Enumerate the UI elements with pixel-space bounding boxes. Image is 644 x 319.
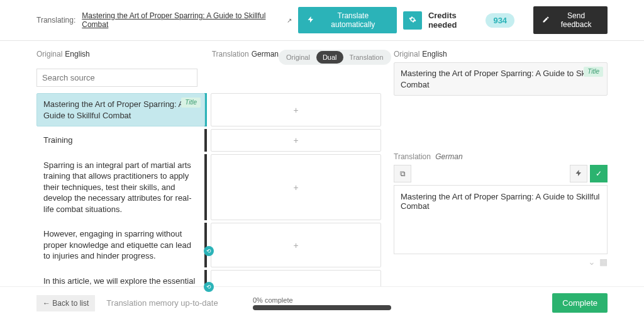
translation-toolbar: ⧉ ✓	[394, 165, 608, 182]
copy-button[interactable]: ⧉	[394, 165, 411, 182]
type-badge: Title	[181, 98, 201, 108]
credits-block: Credits needed 934	[428, 11, 514, 30]
source-text: Training	[43, 135, 72, 145]
copy-icon: ⧉	[400, 169, 406, 178]
memory-status: Translation memory up-to-date	[106, 298, 218, 308]
r-orig-label: Original	[394, 50, 419, 59]
left-header: OriginalEnglish TranslationGerman Origin…	[36, 50, 381, 65]
r-trans-lang: German	[435, 152, 462, 161]
source-text: However, engaging in sparring without pr…	[43, 229, 191, 260]
progress-bar	[253, 305, 391, 310]
top-bar: Translating: Mastering the Art of Proper…	[0, 0, 644, 41]
title-badge: Title	[584, 67, 603, 77]
source-cell[interactable]: However, engaging in sparring without pr…	[36, 223, 205, 267]
trans-label: Translation	[212, 50, 249, 59]
main-area: OriginalEnglish TranslationGerman Origin…	[0, 41, 644, 302]
source-text: Sparring is an integral part of martial …	[43, 160, 192, 214]
credits-label: Credits needed	[428, 11, 479, 30]
editor-footer: ⌄ ▦	[394, 257, 608, 267]
translation-text: Mastering the Art of Proper Sparring: A …	[401, 192, 600, 211]
document-title-link[interactable]: Mastering the Art of Proper Sparring: A …	[82, 11, 276, 29]
segment-list: Mastering the Art of Proper Sparring: A …	[36, 93, 381, 302]
target-cell[interactable]: +	[211, 223, 381, 267]
trans-lang: German	[252, 50, 279, 59]
source-cell[interactable]: Sparring is an integral part of martial …	[36, 154, 205, 221]
toggle-dual[interactable]: Dual	[316, 51, 343, 64]
bolt-icon	[575, 169, 582, 179]
progress-label: 0% complete	[253, 296, 293, 304]
target-cell[interactable]: +	[211, 93, 381, 126]
plus-icon[interactable]: +	[293, 182, 298, 193]
right-trans-header: Translation German	[394, 152, 608, 161]
translate-auto-label: Translate automatically	[318, 11, 388, 29]
right-orig-header: Original English	[394, 50, 608, 59]
toggle-original[interactable]: Original	[280, 51, 316, 64]
link-icon[interactable]: ⟲	[204, 282, 214, 292]
original-text: Mastering the Art of Proper Sparring: A …	[401, 69, 600, 89]
r-trans-label: Translation	[394, 152, 431, 161]
original-text-box: Mastering the Art of Proper Sparring: A …	[394, 62, 608, 96]
source-text: Mastering the Art of Proper Sparring: A …	[43, 99, 184, 120]
pencil-icon	[542, 16, 550, 25]
source-cell[interactable]: Training	[36, 129, 205, 152]
auto-translate-button[interactable]	[570, 165, 587, 182]
check-icon: ✓	[596, 169, 602, 178]
link-icon[interactable]: ⟲	[204, 246, 214, 256]
bottom-bar: ← Back to list Translation memory up-to-…	[0, 286, 644, 319]
external-link-icon: ↗	[287, 17, 292, 24]
right-panel: Original English Mastering the Art of Pr…	[394, 50, 608, 302]
panel-icon[interactable]: ▦	[599, 257, 608, 267]
target-cell[interactable]: +	[211, 154, 381, 221]
source-cell[interactable]: Mastering the Art of Proper Sparring: A …	[36, 93, 205, 126]
segment-row[interactable]: However, engaging in sparring without pr…	[36, 223, 381, 267]
translating-label: Translating:	[36, 16, 75, 25]
progress-block: 0% complete	[253, 296, 391, 310]
back-button[interactable]: ← Back to list	[36, 295, 95, 311]
confirm-button[interactable]: ✓	[590, 165, 608, 182]
left-panel: OriginalEnglish TranslationGerman Origin…	[36, 50, 381, 302]
plus-icon[interactable]: +	[293, 105, 298, 115]
feedback-button[interactable]: Send feedback	[533, 6, 608, 34]
orig-lang: English	[65, 50, 89, 59]
target-cell[interactable]: +	[211, 129, 381, 152]
r-orig-lang: English	[422, 50, 447, 59]
feedback-label: Send feedback	[553, 11, 599, 29]
bolt-icon	[307, 16, 314, 25]
credits-badge: 934	[486, 13, 514, 28]
plus-icon[interactable]: +	[293, 240, 298, 250]
view-toggle: Original Dual Translation	[279, 50, 391, 65]
segment-row[interactable]: Training+	[36, 129, 381, 152]
orig-label: Original	[36, 50, 62, 59]
translation-editor[interactable]: Mastering the Art of Proper Sparring: A …	[394, 185, 608, 254]
complete-button[interactable]: Complete	[552, 293, 608, 313]
chevron-down-icon[interactable]: ⌄	[588, 257, 596, 267]
gear-icon	[409, 16, 416, 25]
toggle-translation[interactable]: Translation	[343, 51, 390, 64]
segment-row[interactable]: Mastering the Art of Proper Sparring: A …	[36, 93, 381, 126]
plus-icon[interactable]: +	[293, 135, 298, 145]
segment-row[interactable]: Sparring is an integral part of martial …	[36, 154, 381, 221]
search-input[interactable]	[36, 69, 197, 87]
settings-button[interactable]	[403, 11, 422, 30]
translate-auto-button[interactable]: Translate automatically	[298, 7, 397, 33]
